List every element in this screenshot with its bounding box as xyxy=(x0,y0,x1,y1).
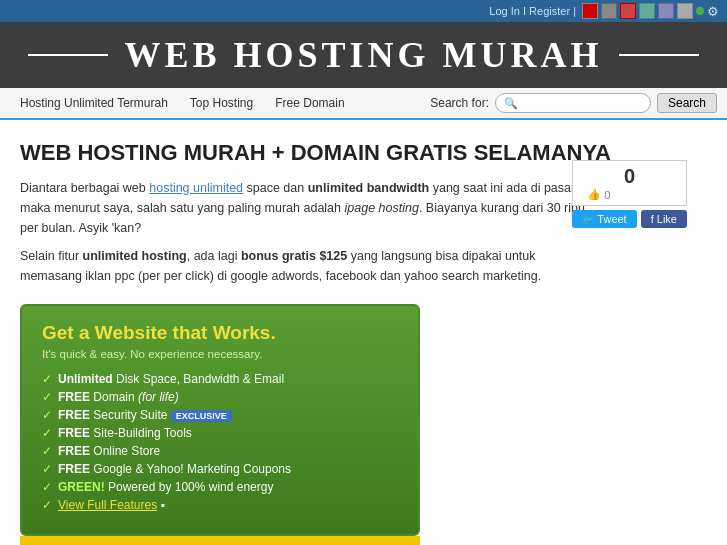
yellow-cta-bar[interactable]: FREE Setup & Instant Activation! xyxy=(20,536,420,545)
icon3 xyxy=(639,3,655,19)
check-icon: ✓ xyxy=(42,408,52,422)
features-list: ✓Unlimited Disk Space, Bandwidth & Email… xyxy=(42,370,398,514)
list-item: ✓FREE Security Suite EXCLUSIVE xyxy=(42,406,398,424)
green-box: Get a Website that Works. It's quick & e… xyxy=(20,304,420,536)
list-item: ✓GREEN! Powered by 100% wind energy xyxy=(42,478,398,496)
list-item: ✓FREE Google & Yahoo! Marketing Coupons xyxy=(42,460,398,478)
search-area: Search for: 🔍 Search xyxy=(430,93,717,113)
list-item: ✓Unlimited Disk Space, Bandwidth & Email xyxy=(42,370,398,388)
twitter-icon: 🐦 xyxy=(582,214,594,225)
check-icon: ✓ xyxy=(42,462,52,476)
main-content: WEB HOSTING MURAH + DOMAIN GRATIS SELAMA… xyxy=(0,120,727,545)
separator2: | xyxy=(573,5,576,17)
icon5 xyxy=(677,3,693,19)
title-line-right xyxy=(619,54,699,56)
top-bar: Log In I Register | ⚙ xyxy=(0,0,727,22)
nav-item-top-hosting[interactable]: Top Hosting xyxy=(180,90,263,116)
check-icon: ✓ xyxy=(42,480,52,494)
toolbar-icons: ⚙ xyxy=(582,3,719,19)
social-buttons-row: 🐦 Tweet f Like xyxy=(572,210,687,228)
list-item: ✓View Full Features ▪ xyxy=(42,496,398,514)
social-bar: 0 👍0 🐦 Tweet f Like xyxy=(572,160,687,228)
site-header: WEB HOSTING MURAH xyxy=(0,22,727,88)
icon4 xyxy=(658,3,674,19)
flag-icon xyxy=(582,3,598,19)
settings-icon[interactable]: ⚙ xyxy=(707,4,719,19)
tweet-button[interactable]: 🐦 Tweet xyxy=(572,210,636,228)
search-label: Search for: xyxy=(430,96,489,110)
login-register-links[interactable]: Log In I Register | xyxy=(489,5,576,17)
navigation-bar: Hosting Unlimited Termurah Top Hosting F… xyxy=(0,88,727,120)
content-wrapper: WEB HOSTING MURAH + DOMAIN GRATIS SELAMA… xyxy=(20,140,707,545)
search-button[interactable]: Search xyxy=(657,93,717,113)
intro-paragraph-2: Selain fitur unlimited hosting, ada lagi… xyxy=(20,246,600,286)
list-item: ✓FREE Site-Building Tools xyxy=(42,424,398,442)
list-item: ✓FREE Domain (for life) xyxy=(42,388,398,406)
intro-paragraph-1: Diantara berbagai web hosting unlimited … xyxy=(20,178,600,238)
title-line-left xyxy=(28,54,108,56)
login-link[interactable]: Log In xyxy=(489,5,520,17)
exclusive-badge: EXCLUSIVE xyxy=(171,410,232,422)
status-dot-icon xyxy=(696,7,704,15)
search-icon: 🔍 xyxy=(504,97,518,110)
search-input[interactable] xyxy=(522,96,642,110)
search-input-wrap: 🔍 xyxy=(495,93,651,113)
list-item: ✓FREE Online Store xyxy=(42,442,398,460)
check-icon: ✓ xyxy=(42,372,52,386)
green-box-title: Get a Website that Works. xyxy=(42,322,398,344)
social-thumb: 👍0 xyxy=(587,188,672,201)
site-title-text: WEB HOSTING MURAH xyxy=(124,34,602,76)
green-box-container: Get a Website that Works. It's quick & e… xyxy=(20,304,430,545)
nav-links: Hosting Unlimited Termurah Top Hosting F… xyxy=(10,90,430,116)
nav-item-free-domain[interactable]: Free Domain xyxy=(265,90,354,116)
site-title: WEB HOSTING MURAH xyxy=(0,34,727,76)
check-icon: ✓ xyxy=(42,444,52,458)
hosting-unlimited-link[interactable]: hosting unlimited xyxy=(149,181,243,195)
facebook-like-button[interactable]: f Like xyxy=(641,210,687,228)
facebook-icon: f xyxy=(651,213,654,225)
register-link[interactable]: Register xyxy=(529,5,570,17)
check-icon: ✓ xyxy=(42,426,52,440)
nav-item-hosting-unlimited[interactable]: Hosting Unlimited Termurah xyxy=(10,90,178,116)
icon1 xyxy=(601,3,617,19)
check-icon: ✓ xyxy=(42,498,52,512)
check-icon: ✓ xyxy=(42,390,52,404)
green-box-subtitle: It's quick & easy. No experience necessa… xyxy=(42,348,398,360)
view-full-features-link[interactable]: View Full Features xyxy=(58,498,157,512)
icon2 xyxy=(620,3,636,19)
social-count-box: 0 👍0 xyxy=(572,160,687,206)
social-count: 0 xyxy=(587,165,672,188)
